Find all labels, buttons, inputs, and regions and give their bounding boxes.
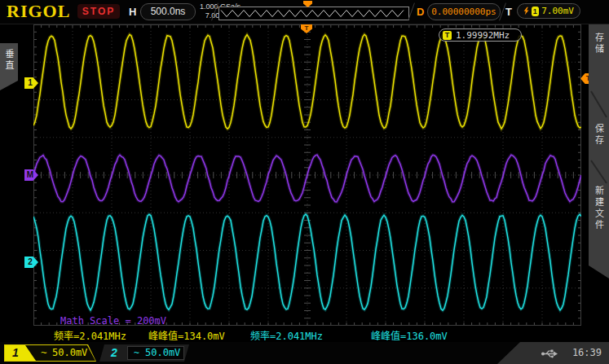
menu-divider	[589, 88, 609, 121]
trigger-label: T	[505, 6, 512, 18]
ch1-number-badge: 1	[5, 345, 36, 361]
trigger-level-value: 7.00mV	[541, 3, 574, 19]
counter-source-badge: T	[443, 31, 452, 40]
menu-item-save[interactable]: 保存	[589, 124, 609, 158]
ch1-coupling-icon: ~	[41, 345, 47, 360]
tab-vertical-label: 垂直	[2, 49, 15, 90]
frequency-counter: T 1.99992MHz	[439, 29, 522, 42]
timebase-readout[interactable]: 500.0ns	[140, 3, 196, 20]
preview-zigzag-icon	[219, 8, 407, 19]
measurement-ch2-vpp: 峰峰值=136.0mV	[371, 328, 448, 342]
ch1-scale-value: 50.0mV	[52, 345, 87, 361]
status-bar: RIGOL STOP H 500.0ns 1.000 GSa/s 7.00k p…	[0, 0, 609, 24]
measurement-ch1-frequency: 频率=2.041MHz	[54, 328, 126, 342]
trigger-readout[interactable]: 1 7.00mV	[517, 3, 580, 19]
menu-item-new-file[interactable]: 新建文件	[589, 186, 609, 249]
ch2-status-box[interactable]: 2 ~ 50.0mV	[99, 344, 189, 362]
ch2-coupling-icon: ~	[134, 347, 139, 358]
ch2-scale-value: 50.0mV	[145, 347, 180, 359]
tab-vertical-menu[interactable]: 垂直	[0, 43, 18, 90]
delay-label: D	[417, 6, 424, 18]
menu-divider	[589, 157, 609, 186]
math-scale-label: Math Scale = 200mV	[60, 315, 166, 327]
measurement-ch1-vpp: 峰峰值=134.0mV	[148, 328, 225, 342]
waveform-canvas	[33, 24, 581, 326]
delay-readout[interactable]: 0.00000000ps	[427, 3, 501, 20]
ch2-scale-inset: ~ 50.0mV	[127, 346, 184, 360]
clock: 16:39	[572, 347, 602, 358]
menu-item-storage-label: 存储	[593, 33, 606, 67]
oscilloscope-screen: RIGOL STOP H 500.0ns 1.000 GSa/s 7.00k p…	[0, 0, 609, 364]
menu-item-new-file-label: 新建文件	[593, 186, 606, 249]
menu-item-save-label: 保存	[593, 124, 606, 158]
softkey-menu: 存储 保存 新建文件	[589, 24, 609, 278]
ch1-status-box-inner: 1 ~ 50.0mV	[5, 345, 95, 361]
ch2-number-badge: 2	[111, 345, 117, 361]
channel-status-bar: 1 ~ 50.0mV 2 ~ 50.0mV 16:39	[0, 342, 609, 364]
horizontal-label: H	[129, 6, 136, 18]
menu-item-storage[interactable]: 存储	[589, 33, 609, 67]
rigol-logo: RIGOL	[7, 1, 70, 22]
graticule-area[interactable]	[33, 24, 581, 326]
trigger-source-badge: 1	[532, 7, 540, 16]
system-tray: 16:39	[497, 342, 609, 364]
usb-icon	[541, 349, 558, 358]
trigger-edge-bolt-icon	[523, 6, 529, 16]
run-status-badge[interactable]: STOP	[77, 4, 120, 19]
measurement-ch2-frequency: 频率=2.041MHz	[250, 328, 323, 342]
ch1-status-box[interactable]: 1 ~ 50.0mV	[4, 344, 96, 362]
waveform-preview-strip[interactable]	[218, 7, 409, 20]
counter-value: 1.99992MHz	[456, 30, 510, 41]
